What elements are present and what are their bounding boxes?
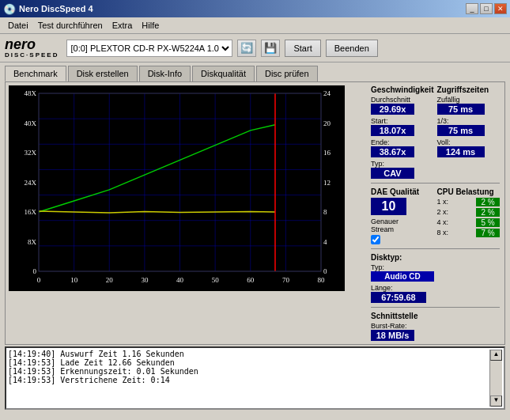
- cpu-label-1: 2 x:: [437, 208, 449, 217]
- ende-value: 38.67x: [371, 146, 414, 157]
- durchschnitt-label: Durchschnitt: [371, 96, 434, 104]
- typ-label: Typ:: [371, 160, 434, 168]
- chart-container: [6, 82, 366, 344]
- dae-value: 10: [371, 198, 406, 215]
- stream-checkbox-row: [371, 235, 434, 244]
- laenge-value: 67:59.68: [371, 292, 426, 303]
- cpu-row-3: 8 x: 7 %: [437, 229, 501, 237]
- maximize-button[interactable]: □: [480, 3, 493, 14]
- onethird-value: 75 ms: [437, 125, 485, 136]
- start-value: 18.07x: [371, 125, 414, 136]
- schnittstelle-section: Schnittstelle Burst-Rate: 18 MB/s: [371, 312, 500, 341]
- logo-discspeed-text: DISC·SPEED: [5, 51, 59, 59]
- divider-2: [371, 248, 500, 249]
- scroll-up[interactable]: ▲: [490, 350, 502, 361]
- stream-checkbox[interactable]: [371, 235, 380, 244]
- disktyp-section: Disktyp: Typ: Audio CD Länge: 67:59.68: [371, 253, 500, 303]
- log-line-1: [14:19:53] Lade Zeit 12.66 Sekunden: [8, 358, 488, 367]
- disktyp-typ-value: Audio CD: [371, 271, 434, 282]
- ende-label: Ende:: [371, 138, 434, 146]
- geschwindigkeit-title: Geschwindigkeit: [371, 85, 434, 94]
- typ-value: CAV: [371, 168, 414, 179]
- cpu-row-0: 1 x: 2 %: [437, 198, 501, 206]
- burst-rate-label: Burst-Rate:: [371, 322, 500, 330]
- scroll-down[interactable]: ▼: [490, 395, 502, 407]
- menu-test[interactable]: Test durchführen: [33, 19, 108, 32]
- top-sections: Geschwindigkeit Durchschnitt 29.69x Star…: [371, 85, 500, 179]
- drive-select[interactable]: [0:0] PLEXTOR CD-R PX-W5224A 1.04: [66, 40, 232, 57]
- voll-value: 124 ms: [437, 146, 485, 157]
- durchschnitt-value: 29.69x: [371, 104, 414, 115]
- end-button[interactable]: Beenden: [326, 40, 378, 57]
- cpu-row-1: 2 x: 2 %: [437, 208, 501, 217]
- tabs: Benchmark Disk erstellen Disk-Info Diskq…: [0, 62, 510, 81]
- divider-1: [371, 183, 500, 184]
- menu-datei[interactable]: Datei: [3, 19, 33, 32]
- dae-section: DAE Qualität 10 Genauer Stream: [371, 187, 434, 244]
- cpu-value-2: 5 %: [476, 218, 500, 227]
- zugriffszeiten-title: Zugriffszeiten: [437, 85, 501, 94]
- tab-disk-info[interactable]: Disk-Info: [139, 66, 191, 81]
- cpu-label-2: 4 x:: [437, 218, 449, 227]
- middle-sections: DAE Qualität 10 Genauer Stream CPU Belas…: [371, 187, 500, 244]
- app-icon: 💿: [3, 3, 16, 15]
- voll-label: Voll:: [437, 138, 501, 146]
- log-scrollbar[interactable]: ▲ ▼: [489, 350, 502, 407]
- tab-disk-erstellen[interactable]: Disk erstellen: [68, 66, 138, 81]
- content-area: Geschwindigkeit Durchschnitt 29.69x Star…: [5, 81, 505, 345]
- dae-title: DAE Qualität: [371, 187, 434, 196]
- tab-diskqualitaet[interactable]: Diskqualität: [192, 66, 255, 81]
- geschwindigkeit-section: Geschwindigkeit Durchschnitt 29.69x Star…: [371, 85, 434, 179]
- stream-label: Stream: [371, 225, 434, 233]
- zugriffszeiten-section: Zugriffszeiten Zufällig 75 ms 1/3: 75 ms…: [437, 85, 501, 179]
- titlebar-title: 💿 Nero DiscSpeed 4: [3, 3, 93, 15]
- close-button[interactable]: ✕: [494, 3, 507, 14]
- cpu-label-3: 8 x:: [437, 229, 449, 237]
- disktyp-typ-label: Typ:: [371, 263, 500, 271]
- disktyp-title: Disktyp:: [371, 253, 500, 262]
- log-line-0: [14:19:40] Auswurf Zeit 1.16 Sekunden: [8, 350, 488, 358]
- cpu-section: CPU Belastung 1 x: 2 % 2 x: 2 % 4 x: 5 %…: [437, 187, 501, 244]
- titlebar: 💿 Nero DiscSpeed 4 _ □ ✕: [0, 0, 510, 17]
- tab-benchmark[interactable]: Benchmark: [5, 66, 66, 81]
- divider-3: [371, 307, 500, 308]
- logo-nero-text: nero: [5, 37, 36, 51]
- genauer-label: Genauer: [371, 218, 434, 225]
- refresh-button[interactable]: 🔄: [237, 40, 256, 57]
- cpu-value-0: 2 %: [476, 198, 500, 206]
- tab-disc-pruefen[interactable]: Disc prüfen: [256, 66, 318, 81]
- app-logo: nero DISC·SPEED: [5, 37, 59, 59]
- refresh-icon: 🔄: [240, 42, 253, 54]
- start-button[interactable]: Start: [285, 40, 320, 57]
- onethird-label: 1/3:: [437, 117, 501, 125]
- cpu-title: CPU Belastung: [437, 187, 501, 196]
- titlebar-buttons: _ □ ✕: [466, 3, 507, 14]
- start-label: Start:: [371, 117, 434, 125]
- log-lines: [14:19:40] Auswurf Zeit 1.16 Sekunden [1…: [8, 350, 488, 407]
- save-icon: 💾: [264, 42, 277, 54]
- save-button[interactable]: 💾: [261, 40, 280, 57]
- log-line-2: [14:19:53] Erkennungszeit: 0.01 Sekunden: [8, 367, 488, 376]
- toolbar: nero DISC·SPEED [0:0] PLEXTOR CD-R PX-W5…: [0, 34, 510, 62]
- cpu-value-1: 2 %: [476, 208, 500, 217]
- menubar: Datei Test durchführen Extra Hilfe: [0, 17, 510, 34]
- minimize-button[interactable]: _: [466, 3, 478, 14]
- benchmark-chart: [9, 85, 345, 291]
- right-panel: Geschwindigkeit Durchschnitt 29.69x Star…: [366, 82, 504, 344]
- laenge-label: Länge:: [371, 284, 500, 292]
- app-title: Nero DiscSpeed 4: [19, 4, 93, 13]
- cpu-value-3: 7 %: [476, 229, 500, 237]
- cpu-label-0: 1 x:: [437, 198, 449, 206]
- zufaellig-label: Zufällig: [437, 96, 501, 104]
- menu-extra[interactable]: Extra: [108, 19, 138, 32]
- log-line-3: [14:19:53] Verstrichene Zeit: 0:14: [8, 376, 488, 384]
- schnittstelle-title: Schnittstelle: [371, 312, 500, 320]
- zufaellig-value: 75 ms: [437, 104, 485, 115]
- menu-hilfe[interactable]: Hilfe: [137, 19, 164, 32]
- cpu-row-2: 4 x: 5 %: [437, 218, 501, 227]
- log-area: [14:19:40] Auswurf Zeit 1.16 Sekunden [1…: [5, 346, 505, 410]
- burst-rate-value: 18 MB/s: [371, 330, 414, 341]
